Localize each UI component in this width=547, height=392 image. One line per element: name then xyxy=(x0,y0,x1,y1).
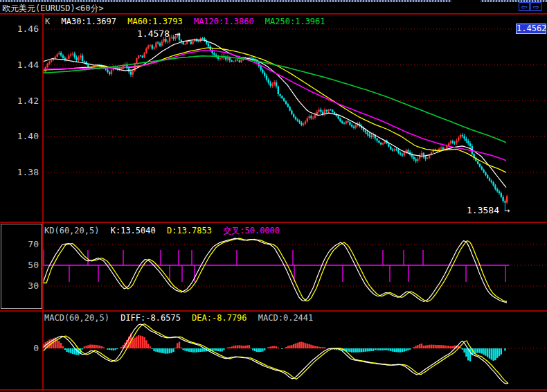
kd-tick-70: 70 xyxy=(0,239,39,249)
macd-plot xyxy=(43,324,547,384)
high-price-annotation: 1.4578 → xyxy=(137,28,181,39)
kd-tick-30: 30 xyxy=(0,280,39,291)
price-tick-1.40: 1.40 xyxy=(0,131,39,141)
macd-dea-value: DEA:-8.7796 xyxy=(192,313,246,323)
macd-diff-value: DIFF:-8.6575 xyxy=(120,313,181,323)
chart-canvas[interactable] xyxy=(0,0,547,392)
price-tick-1.44: 1.44 xyxy=(0,60,39,70)
low-price-annotation: 1.3584 → xyxy=(467,205,510,215)
kd-cross-value: 交叉:50.0000 xyxy=(223,226,280,235)
ma60-value: MA60:1.3793 xyxy=(127,17,182,26)
kd-d-value: D:13.7853 xyxy=(167,226,212,235)
ma30-value: MA30:1.3697 xyxy=(61,17,116,26)
kline-label: K xyxy=(45,17,50,26)
macd-hist-value: MACD:0.2441 xyxy=(258,313,313,323)
price-tick-1.42: 1.42 xyxy=(0,96,39,106)
ma250-value: MA250:1.3961 xyxy=(265,17,325,26)
price-tick-1.38: 1.38 xyxy=(0,167,39,177)
price-tick-1.46: 1.46 xyxy=(0,24,39,34)
arrow-right-icon: → xyxy=(175,28,181,39)
kd-tick-50: 50 xyxy=(0,260,39,270)
kd-k-value: K:13.5040 xyxy=(111,226,156,235)
macd-tick-zero: 0 xyxy=(0,343,39,353)
macd-header: MACD(60,20,5) DIFF:-8.6575 DEA:-8.7796 M… xyxy=(44,313,319,323)
ma-lines xyxy=(44,40,506,188)
ma120-value: MA120:1.3860 xyxy=(194,17,254,26)
current-price-badge: 1.4562 xyxy=(516,24,546,34)
trading-app-window: 欧元美元(EURUSD)<60分> ⇦ ⇨ K MA30:1.3697 MA60… xyxy=(0,0,547,392)
candles xyxy=(43,33,508,211)
arrow-right-icon: → xyxy=(505,205,510,215)
kd-header: KD(60,20,5) K:13.5040 D:13.7853 交叉:50.00… xyxy=(44,225,286,237)
ma-header: K MA30:1.3697 MA60:1.3793 MA120:1.3860 M… xyxy=(45,17,332,26)
macd-name: MACD(60,20,5) xyxy=(44,313,109,323)
kd-plot xyxy=(43,238,547,303)
kd-name: KD(60,20,5) xyxy=(44,226,99,235)
